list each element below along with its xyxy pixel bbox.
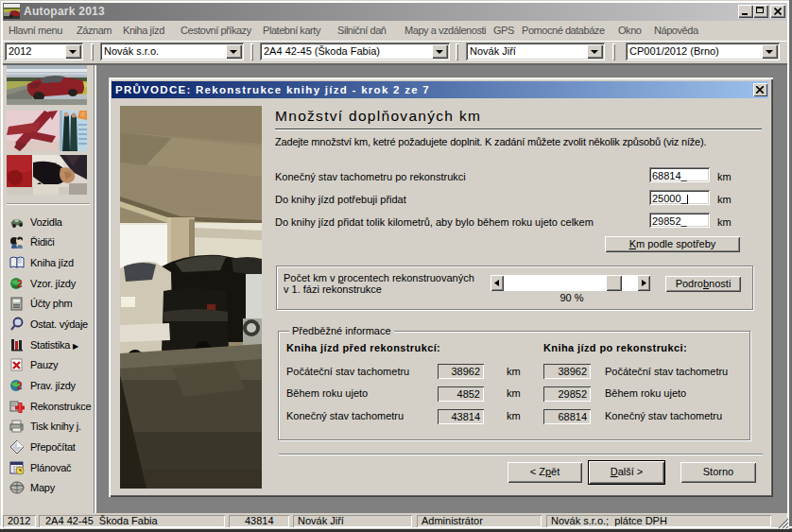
svg-text:2: 2 — [17, 381, 23, 391]
svg-text:2: 2 — [17, 279, 23, 289]
